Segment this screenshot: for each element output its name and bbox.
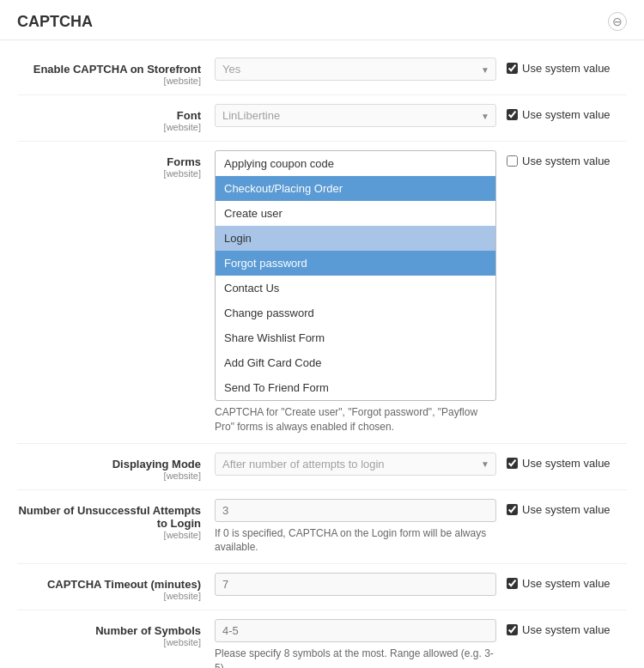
- font-row: Font [website] LinLibertine ▼ Use system…: [17, 95, 627, 142]
- timeout-system-checkbox[interactable]: [507, 578, 518, 589]
- num-symbols-input[interactable]: [215, 619, 496, 642]
- list-item[interactable]: Contact Us: [216, 276, 495, 301]
- forms-multiselect[interactable]: Applying coupon code Checkout/Placing Or…: [215, 150, 496, 401]
- unsuccessful-attempts-control: If 0 is specified, CAPTCHA on the Login …: [215, 499, 627, 556]
- unsuccessful-attempts-label: Number of Unsuccessful Attempts to Login: [17, 504, 201, 530]
- font-sublabel: [website]: [17, 122, 201, 132]
- displaying-mode-select[interactable]: After number of attempts to login: [215, 452, 496, 476]
- num-symbols-system-value: Use system value: [507, 619, 627, 636]
- displaying-mode-input-wrap: After number of attempts to login ▼: [215, 452, 496, 476]
- enable-captcha-row: Enable CAPTCHA on Storefront [website] Y…: [17, 49, 627, 95]
- enable-captcha-select-wrapper[interactable]: Yes ▼: [215, 58, 496, 81]
- num-symbols-system-label[interactable]: Use system value: [522, 623, 611, 636]
- list-item[interactable]: Checkout/Placing Order: [216, 176, 495, 201]
- forms-label: Forms: [17, 155, 201, 168]
- timeout-label: CAPTCHA Timeout (minutes): [17, 578, 201, 591]
- font-system-value: Use system value: [507, 104, 627, 121]
- list-item[interactable]: Login: [216, 226, 495, 251]
- page-title: CAPTCHA: [17, 13, 93, 31]
- enable-captcha-system-value: Use system value: [507, 58, 627, 75]
- list-item[interactable]: Share Wishlist Form: [216, 325, 495, 350]
- unsuccessful-attempts-system-label[interactable]: Use system value: [522, 503, 611, 516]
- timeout-sublabel: [website]: [17, 591, 201, 601]
- timeout-input[interactable]: [215, 573, 496, 596]
- num-symbols-input-wrap: Please specify 8 symbols at the most. Ra…: [215, 619, 496, 668]
- enable-captcha-input-wrap: Yes ▼: [215, 58, 496, 81]
- timeout-system-value: Use system value: [507, 573, 627, 590]
- forms-sublabel: [website]: [17, 168, 201, 179]
- unsuccessful-attempts-help-text: If 0 is specified, CAPTCHA on the Login …: [215, 526, 496, 556]
- list-item[interactable]: Add Gift Card Code: [216, 350, 495, 375]
- num-symbols-system-checkbox[interactable]: [507, 624, 518, 635]
- forms-row: Forms [website] Applying coupon code Che…: [17, 142, 627, 444]
- timeout-control: Use system value: [215, 573, 627, 596]
- page-header: CAPTCHA ⊖: [0, 0, 644, 40]
- unsuccessful-attempts-system-checkbox[interactable]: [507, 504, 518, 515]
- enable-captcha-system-label[interactable]: Use system value: [522, 62, 611, 75]
- num-symbols-label-col: Number of Symbols [website]: [17, 619, 215, 647]
- forms-system-value: Use system value: [507, 150, 627, 167]
- timeout-row: CAPTCHA Timeout (minutes) [website] Use …: [17, 564, 627, 610]
- collapse-icon[interactable]: ⊖: [608, 12, 627, 31]
- list-item[interactable]: Create user: [216, 201, 495, 226]
- displaying-mode-system-checkbox[interactable]: [507, 458, 518, 469]
- enable-captcha-control: Yes ▼ Use system value: [215, 58, 627, 81]
- font-select[interactable]: LinLibertine: [215, 104, 496, 127]
- displaying-mode-select-wrapper[interactable]: After number of attempts to login ▼: [215, 452, 496, 476]
- forms-control: Applying coupon code Checkout/Placing Or…: [215, 150, 627, 434]
- unsuccessful-attempts-label-col: Number of Unsuccessful Attempts to Login…: [17, 499, 215, 540]
- forms-system-checkbox[interactable]: [507, 155, 518, 167]
- displaying-mode-label-col: Displaying Mode [website]: [17, 452, 215, 481]
- displaying-mode-sublabel: [website]: [17, 471, 201, 481]
- num-symbols-control: Please specify 8 symbols at the most. Ra…: [215, 619, 627, 668]
- displaying-mode-row: Displaying Mode [website] After number o…: [17, 444, 627, 490]
- timeout-system-label[interactable]: Use system value: [522, 577, 611, 590]
- enable-captcha-system-checkbox[interactable]: [507, 63, 518, 74]
- forms-input-wrap: Applying coupon code Checkout/Placing Or…: [215, 150, 496, 434]
- font-system-label[interactable]: Use system value: [522, 108, 611, 121]
- num-symbols-sublabel: [website]: [17, 637, 201, 647]
- timeout-label-col: CAPTCHA Timeout (minutes) [website]: [17, 573, 215, 601]
- font-control: LinLibertine ▼ Use system value: [215, 104, 627, 127]
- displaying-mode-system-label[interactable]: Use system value: [522, 457, 611, 470]
- unsuccessful-attempts-system-value: Use system value: [507, 499, 627, 516]
- font-select-wrapper[interactable]: LinLibertine ▼: [215, 104, 496, 127]
- list-item[interactable]: Forgot password: [216, 251, 495, 276]
- num-symbols-label: Number of Symbols: [17, 624, 201, 637]
- list-item[interactable]: Applying coupon code: [216, 151, 495, 176]
- forms-system-label[interactable]: Use system value: [522, 155, 611, 167]
- num-symbols-help-text: Please specify 8 symbols at the most. Ra…: [215, 647, 496, 668]
- enable-captcha-label: Enable CAPTCHA on Storefront: [17, 63, 201, 76]
- forms-help-text: CAPTCHA for "Create user", "Forgot passw…: [215, 405, 496, 434]
- unsuccessful-attempts-sublabel: [website]: [17, 530, 201, 540]
- num-symbols-row: Number of Symbols [website] Please speci…: [17, 610, 627, 668]
- font-input-wrap: LinLibertine ▼: [215, 104, 496, 127]
- forms-label-col: Forms [website]: [17, 150, 215, 179]
- displaying-mode-label: Displaying Mode: [17, 458, 201, 471]
- displaying-mode-system-value: Use system value: [507, 452, 627, 470]
- font-system-checkbox[interactable]: [507, 109, 518, 120]
- list-item[interactable]: Send To Friend Form: [216, 375, 495, 400]
- enable-captcha-label-col: Enable CAPTCHA on Storefront [website]: [17, 58, 215, 86]
- form-section: Enable CAPTCHA on Storefront [website] Y…: [0, 40, 644, 668]
- font-label-col: Font [website]: [17, 104, 215, 132]
- font-label: Font: [17, 109, 201, 122]
- timeout-input-wrap: [215, 573, 496, 596]
- enable-captcha-select[interactable]: Yes: [215, 58, 496, 81]
- list-item[interactable]: Change password: [216, 301, 495, 325]
- displaying-mode-control: After number of attempts to login ▼ Use …: [215, 452, 627, 476]
- unsuccessful-attempts-input[interactable]: [215, 499, 496, 522]
- unsuccessful-attempts-row: Number of Unsuccessful Attempts to Login…: [17, 490, 627, 565]
- enable-captcha-sublabel: [website]: [17, 76, 201, 86]
- unsuccessful-attempts-input-wrap: If 0 is specified, CAPTCHA on the Login …: [215, 499, 496, 556]
